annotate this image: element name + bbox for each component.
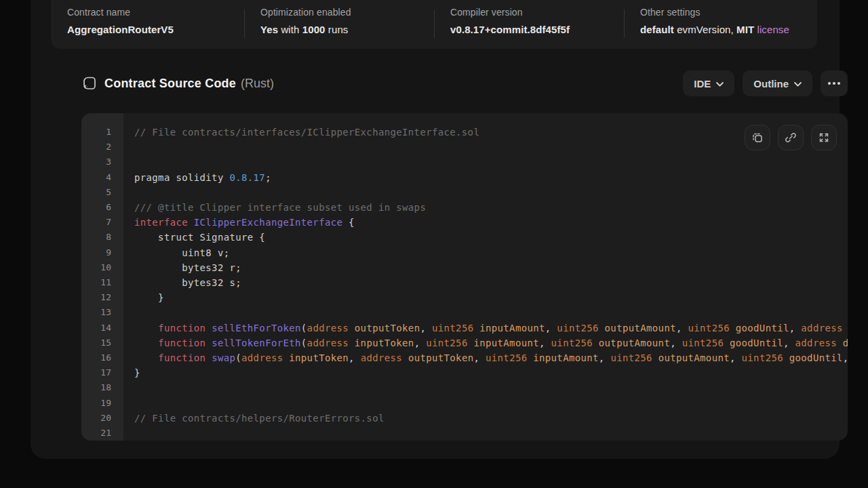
- code-line: struct Signature {: [134, 230, 848, 245]
- line-number: 18: [81, 380, 111, 395]
- code-line: [134, 155, 848, 169]
- meta-value: Yes with 1000 runs: [260, 24, 427, 35]
- section-title: Contract Source Code: [104, 77, 236, 91]
- line-number: 4: [81, 170, 111, 185]
- meta-compiler-version: Compiler version v0.8.17+commit.8df45f5f: [434, 0, 624, 49]
- copy-code-button[interactable]: [745, 125, 770, 150]
- ide-button-label: IDE: [694, 78, 711, 89]
- code-line: function swap(address inputToken, addres…: [134, 350, 848, 365]
- permalink-button[interactable]: [778, 125, 804, 150]
- code-line: // File contracts/interfaces/IClipperExc…: [134, 125, 848, 140]
- contract-meta-card: Contract name AggregationRouterV5 Optimi…: [51, 0, 817, 49]
- line-number: 9: [81, 245, 111, 260]
- code-actions: [745, 125, 837, 150]
- code-line: interface IClipperExchangeInterface {: [134, 215, 848, 230]
- code-line: pragma solidity 0.8.17;: [134, 170, 848, 185]
- code-line: uint8 v;: [134, 245, 848, 260]
- outline-button[interactable]: Outline: [743, 70, 812, 96]
- line-number: 6: [81, 200, 111, 215]
- line-number: 13: [81, 305, 111, 320]
- code-line: /// @title Clipper interface subset used…: [134, 200, 848, 215]
- code-line: // File contracts/helpers/RouterErrors.s…: [134, 411, 848, 426]
- code-line: bytes32 s;: [134, 275, 848, 290]
- line-number: 15: [81, 336, 111, 350]
- line-number: 3: [81, 155, 111, 169]
- ellipsis-icon: [828, 82, 831, 85]
- meta-value: default evmVersion, MIT license: [640, 24, 810, 35]
- code-line: bytes32 r;: [134, 260, 848, 275]
- meta-contract-name: Contract name AggregationRouterV5: [51, 0, 244, 49]
- code-lines: // File contracts/interfaces/IClipperExc…: [123, 113, 848, 441]
- line-number: 7: [81, 215, 111, 230]
- line-number: 20: [81, 411, 111, 426]
- section-header: Contract Source Code (Rust) IDE Outline: [81, 70, 848, 97]
- code-line: function sellTokenForEth(address inputTo…: [134, 336, 848, 350]
- code-line: [134, 380, 848, 395]
- line-number: 10: [81, 260, 111, 275]
- outline-button-label: Outline: [753, 78, 789, 89]
- source-code-viewer: 123456789101112131415161718192021 // Fil…: [81, 113, 848, 441]
- license-link[interactable]: license: [757, 24, 789, 35]
- chevron-down-icon: [716, 82, 724, 87]
- line-number: 8: [81, 230, 111, 245]
- contract-code-section-card: Contract name AggregationRouterV5 Optimi…: [31, 0, 840, 459]
- code-line: [134, 185, 848, 200]
- line-number: 1: [81, 125, 111, 140]
- code-gutter: 123456789101112131415161718192021: [81, 113, 123, 441]
- line-number: 11: [81, 275, 111, 290]
- code-line: [134, 426, 848, 441]
- meta-label: Other settings: [640, 7, 810, 18]
- line-number: 17: [81, 365, 111, 380]
- ide-button[interactable]: IDE: [683, 70, 734, 96]
- line-number: 12: [81, 290, 111, 305]
- line-number: 2: [81, 140, 111, 155]
- code-line: [134, 396, 848, 411]
- meta-value: v0.8.17+commit.8df45f5f: [450, 24, 617, 35]
- meta-value: AggregationRouterV5: [67, 24, 237, 35]
- code-line: [134, 305, 848, 320]
- line-number: 19: [81, 396, 111, 411]
- code-line: }: [134, 365, 848, 380]
- fullscreen-button[interactable]: [811, 125, 837, 150]
- meta-label: Contract name: [67, 7, 237, 18]
- line-number: 21: [81, 426, 111, 441]
- code-line: }: [134, 290, 848, 305]
- meta-other-settings: Other settings default evmVersion, MIT l…: [624, 0, 817, 49]
- meta-label: Compiler version: [450, 7, 617, 18]
- line-number: 5: [81, 185, 111, 200]
- line-number: 14: [81, 321, 111, 336]
- section-language-tag: (Rust): [241, 77, 274, 91]
- code-line: function sellEthForToken(address outputT…: [134, 321, 848, 336]
- meta-optimization: Optimization enabled Yes with 1000 runs: [244, 0, 434, 49]
- more-options-button[interactable]: [821, 70, 848, 96]
- meta-label: Optimization enabled: [260, 7, 427, 18]
- contract-file-icon: [81, 75, 98, 92]
- code-line: [134, 140, 848, 155]
- line-number: 16: [81, 350, 111, 365]
- section-actions: IDE Outline: [683, 70, 848, 96]
- chevron-down-icon: [794, 82, 802, 87]
